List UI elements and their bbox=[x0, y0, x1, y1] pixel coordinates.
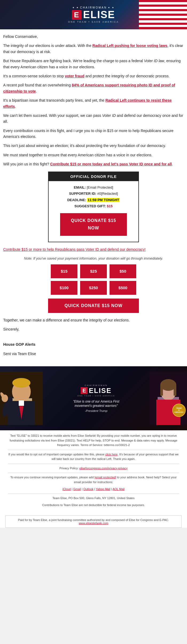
aol-link[interactable]: AOL Mail bbox=[112, 487, 124, 491]
paid-for-disclaimer: Paid for by Team Elise, a joint fundrais… bbox=[5, 515, 182, 528]
privacy-link[interactable]: eliseforcongress.com/privacy-privacy bbox=[79, 467, 127, 470]
deadline-value: 11:59 PM TONIGHT bbox=[87, 198, 120, 202]
header-tagline: ONE TEAM • SAVE AMERICA bbox=[68, 21, 119, 23]
mailing-address: Team Elise, PO Box 500, Glens Falls, NY … bbox=[8, 496, 179, 501]
banner-e-mark: E bbox=[81, 387, 88, 394]
footer-divider-2 bbox=[8, 464, 179, 464]
contribute-cta-link[interactable]: Contribute $15 or more today and let's p… bbox=[50, 162, 172, 166]
gift-value: $15 bbox=[107, 204, 113, 208]
donate-15-button[interactable]: $15 bbox=[51, 264, 77, 278]
paragraph-8: This isn't just about winning an electio… bbox=[3, 143, 184, 149]
donate-500-button[interactable]: $500 bbox=[110, 281, 136, 295]
flag-stripes bbox=[139, 0, 187, 29]
quick-donate-button-1[interactable]: QUICK DONATE $15 NOW bbox=[60, 213, 127, 236]
sms-opt-in: Text "ELISE" to 33021 to receive mobile … bbox=[8, 434, 179, 448]
opt-out-link[interactable]: click here bbox=[105, 453, 118, 456]
contribute-link[interactable]: Contribute $15 or more to help Republica… bbox=[3, 247, 146, 252]
sincerely: Sincerely, bbox=[3, 326, 184, 332]
note-text: Note: If you've saved your payment infor… bbox=[3, 256, 184, 261]
sent-via: Sent via Team Elise bbox=[3, 351, 184, 357]
email-link[interactable]: [email protected] bbox=[95, 476, 116, 479]
greeting: Fellow Conservative, bbox=[3, 34, 184, 39]
donate-100-button[interactable]: $100 bbox=[51, 281, 77, 295]
email-row: EMAIL: [Email Protected] bbox=[52, 184, 135, 190]
donate-50-button[interactable]: $50 bbox=[110, 264, 136, 278]
svg-point-6 bbox=[12, 378, 30, 388]
icloud-link[interactable]: iCloud bbox=[63, 487, 71, 491]
closing-paragraph: Together, we can make a difference and e… bbox=[3, 317, 184, 323]
signature: Sincerely, House GOP Alerts Sent via Tea… bbox=[3, 326, 184, 357]
footer-divider-3 bbox=[8, 473, 179, 473]
paragraph-10: Will you join us in this fight? Contribu… bbox=[3, 161, 184, 167]
voter-fraud-link[interactable]: voter fraud bbox=[65, 74, 84, 78]
trump-banner-inner: CHAIRWOMAN E ELISE ONE TEAM • SAVE AMERI… bbox=[0, 372, 187, 425]
svg-rect-15 bbox=[160, 385, 163, 396]
gift-row: SUGGESTED GIFT: $15 bbox=[52, 203, 135, 209]
trump-quote: "Elise is one of our America First movem… bbox=[69, 399, 123, 408]
e-logo-mark: E bbox=[72, 10, 81, 20]
footer-divider-1 bbox=[8, 450, 179, 450]
header-logo: CHAIRWOMAN E ELISE ONE TEAM • SAVE AMERI… bbox=[68, 6, 119, 23]
privacy-policy: Privacy Policy: eliseforcongress.com/pri… bbox=[8, 466, 179, 471]
website-link[interactable]: www.elisestefanik.com bbox=[79, 522, 108, 525]
paragraph-4: A recent poll found that an overwhelming… bbox=[3, 82, 184, 94]
flag-decoration bbox=[134, 0, 187, 29]
paragraph-3: It's a common-sense solution to stop vot… bbox=[3, 73, 184, 79]
gold-seal: TRUMP★ENDORSED bbox=[172, 404, 186, 417]
address-book-note: To ensure you continue receiving importa… bbox=[8, 475, 179, 484]
email-wrapper: CHAIRWOMAN E ELISE ONE TEAM • SAVE AMERI… bbox=[0, 0, 187, 528]
banner-center: CHAIRWOMAN E ELISE ONE TEAM • SAVE AMERI… bbox=[43, 384, 150, 413]
banner-chairwoman: CHAIRWOMAN bbox=[85, 384, 108, 387]
trump-figure bbox=[0, 372, 43, 425]
footer-divider-4 bbox=[8, 494, 179, 494]
header-banner: CHAIRWOMAN E ELISE ONE TEAM • SAVE AMERI… bbox=[0, 0, 187, 29]
radical-left-link-2[interactable]: Radical Left continues to resist these e… bbox=[3, 98, 172, 108]
email-value: [Email Protected] bbox=[87, 185, 113, 189]
trump-attribution: -President Trump bbox=[85, 409, 107, 412]
donor-box-content: EMAIL: [Email Protected] SUPPORTER ID: #… bbox=[49, 181, 138, 242]
elise-figure: TRUMP★ENDORSED bbox=[150, 372, 187, 425]
contribute-link-text: Contribute $15 or more to help Republica… bbox=[3, 247, 184, 252]
seal-text: TRUMP★ENDORSED bbox=[174, 407, 184, 413]
svg-rect-16 bbox=[174, 385, 176, 396]
footer: Text "ELISE" to 33021 to receive mobile … bbox=[0, 430, 187, 513]
chairwoman-label: CHAIRWOMAN bbox=[72, 6, 115, 9]
paragraph-5: It's a bipartisan issue that transcends … bbox=[3, 97, 184, 109]
banner-elise-logo: E ELISE bbox=[81, 387, 111, 395]
banner-elise-text: ELISE bbox=[89, 387, 111, 395]
tax-note: Contributions to Team Elise are not dedu… bbox=[8, 503, 179, 508]
elise-name: ELISE bbox=[83, 9, 115, 21]
outlook-link[interactable]: Outlook bbox=[83, 487, 94, 491]
supporter-value: #0[Redacted] bbox=[97, 192, 118, 196]
radical-left-link-1[interactable]: Radical Left pushing for loose voting la… bbox=[92, 43, 167, 48]
paid-for-text: Paid for by Team Elise, a joint fundrais… bbox=[18, 518, 169, 522]
donor-box-title: OFFICIAL DONOR FILE bbox=[49, 172, 138, 181]
opt-out-text: If you would like to opt out of importan… bbox=[8, 452, 179, 462]
donor-box: OFFICIAL DONOR FILE EMAIL: [Email Protec… bbox=[48, 172, 139, 243]
elise-logo: E ELISE bbox=[72, 9, 115, 21]
donate-25-button[interactable]: $25 bbox=[80, 264, 107, 278]
supporter-row: SUPPORTER ID: #0[Redacted] bbox=[52, 190, 135, 197]
banner-tagline: ONE TEAM • SAVE AMERICA bbox=[77, 395, 115, 397]
email-content: Fellow Conservative, The integrity of ou… bbox=[0, 29, 187, 366]
paragraph-6: We can't let them succeed. With your sup… bbox=[3, 113, 184, 125]
donate-250-button[interactable]: $250 bbox=[80, 281, 107, 295]
email-providers: iCloud | Gmail | Outlook | Yahoo Mail | … bbox=[8, 487, 179, 492]
paragraph-7: Every contribution counts in this fight,… bbox=[3, 128, 184, 140]
donation-amounts: $15 $25 $50 $100 $250 $500 bbox=[48, 264, 139, 295]
poll-link[interactable]: 84% of Americans support requiring photo… bbox=[3, 83, 175, 93]
trump-banner: CHAIRWOMAN E ELISE ONE TEAM • SAVE AMERI… bbox=[0, 366, 187, 430]
svg-rect-5 bbox=[19, 400, 24, 406]
deadline-row: DEADLINE: 11:59 PM TONIGHT bbox=[52, 197, 135, 203]
yahoo-link[interactable]: Yahoo Mail bbox=[96, 487, 110, 491]
paragraph-9: We must stand together to ensure that ev… bbox=[3, 152, 184, 158]
paragraph-2: But House Republicans are fighting back.… bbox=[3, 58, 184, 70]
paragraph-1: The integrity of our elections is under … bbox=[3, 43, 184, 55]
gmail-link[interactable]: Gmail bbox=[73, 487, 81, 491]
quick-donate-button-2[interactable]: QUICK DONATE $15 NOW bbox=[48, 299, 139, 313]
sender-name: House GOP Alerts bbox=[3, 341, 184, 347]
